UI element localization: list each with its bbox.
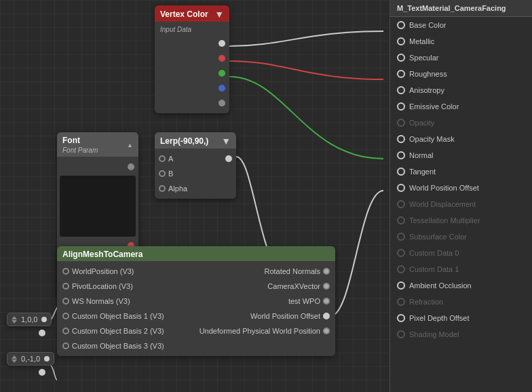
lerp-alpha-label: Alpha: [168, 184, 187, 193]
material-item-emissive-color[interactable]: Emissive Color: [390, 98, 532, 115]
align-left-label-1: PivotLocation (V3): [72, 282, 133, 290]
lerp-node[interactable]: Lerp(-90,90,) ▼ A B Alpha: [155, 132, 236, 199]
align-output-3[interactable]: [323, 313, 330, 319]
material-item-subsurface-color[interactable]: Subsurface Color: [390, 229, 532, 245]
align-row-1: PivotLocation (V3) CameraXVector: [57, 279, 335, 294]
align-input-2[interactable]: [62, 298, 69, 305]
mat-pin-9: [397, 168, 405, 176]
font-expand: ▲: [127, 142, 133, 149]
material-item-ambient-occlusion[interactable]: Ambient Occlusion: [390, 277, 532, 294]
mat-pin-3: [397, 70, 405, 78]
value-arrow-1[interactable]: [12, 316, 17, 324]
mat-label-12: Tessellation Multiplier: [409, 216, 480, 224]
value-2-pin[interactable]: [44, 356, 50, 361]
material-panel-header: M_TextMaterial_CameraFacing: [390, 0, 532, 17]
align-output-0[interactable]: [323, 268, 330, 275]
gray-output-pin[interactable]: [218, 100, 225, 106]
material-item-custom-data-0[interactable]: Custom Data 0: [390, 245, 532, 261]
align-mesh-node[interactable]: AlignMeshToCamera WorldPosition (V3) Rot…: [57, 246, 335, 356]
vertex-color-header: Vertex Color ▼: [155, 5, 229, 22]
material-item-opacity-mask[interactable]: Opacity Mask: [390, 131, 532, 147]
red-output-pin[interactable]: [218, 55, 225, 62]
align-left-label-4: Custom Object Basis 2 (V3): [72, 327, 164, 335]
mat-pin-5: [397, 102, 405, 111]
font-header: Font Font Param ▲: [57, 132, 138, 157]
green-output-pin[interactable]: [218, 70, 225, 77]
vertex-color-body: Input Data: [155, 22, 229, 113]
value-node-1[interactable]: 1,0,0: [7, 313, 52, 326]
mat-pin-14: [397, 249, 405, 257]
material-item-world-position-offset[interactable]: World Position Offset: [390, 180, 532, 196]
material-items-container: Base ColorMetallicSpecularRoughnessAniso…: [390, 17, 532, 342]
value-1-bottom-pin[interactable]: [39, 330, 45, 336]
material-item-opacity[interactable]: Opacity: [390, 115, 532, 131]
align-mesh-body: WorldPosition (V3) Rotated Normals Pivot…: [57, 261, 335, 356]
mat-pin-11: [397, 200, 405, 208]
align-input-4[interactable]: [62, 328, 69, 334]
material-panel: M_TextMaterial_CameraFacing Base ColorMe…: [390, 0, 532, 392]
white-output-pin[interactable]: [218, 40, 225, 47]
vertex-color-subtitle: Input Data: [155, 24, 229, 36]
lerp-header: Lerp(-90,90,) ▼: [155, 132, 236, 149]
font-output-pin[interactable]: [128, 163, 134, 170]
lerp-a-output-pin[interactable]: [225, 155, 232, 162]
mat-pin-19: [397, 330, 405, 338]
mat-label-1: Metallic: [409, 37, 434, 45]
font-output-row: [57, 159, 138, 174]
align-output-4[interactable]: [323, 328, 330, 334]
mat-pin-17: [397, 298, 405, 306]
vertex-color-node[interactable]: Vertex Color ▼ Input Data: [155, 5, 229, 113]
mat-label-17: Refraction: [409, 298, 443, 306]
value-1-pin[interactable]: [41, 317, 47, 322]
align-input-0[interactable]: [62, 268, 69, 275]
mat-label-10: World Position Offset: [409, 184, 479, 192]
arrow-up-1: [12, 316, 17, 319]
material-item-normal[interactable]: Normal: [390, 147, 532, 163]
align-row-5: Custom Object Basis 3 (V3): [57, 338, 335, 353]
lerp-b-input-pin[interactable]: [159, 170, 166, 177]
align-right-label-1: CameraXVector: [267, 282, 320, 290]
align-right-label-4: Undeformed Physical World Position: [200, 327, 320, 335]
align-left-label-5: Custom Object Basis 3 (V3): [72, 342, 164, 350]
material-item-anisotropy[interactable]: Anisotropy: [390, 82, 532, 98]
mat-pin-8: [397, 151, 405, 159]
value-node-2[interactable]: 0,-1,0: [7, 352, 54, 366]
value-2-bottom-pin[interactable]: [39, 369, 45, 376]
align-right-label-2: test WPO: [288, 297, 320, 305]
align-left-label-3: Custom Object Basis 1 (V3): [72, 312, 164, 320]
material-item-metallic[interactable]: Metallic: [390, 33, 532, 50]
material-item-custom-data-1[interactable]: Custom Data 1: [390, 261, 532, 277]
align-row-4: Custom Object Basis 2 (V3) Undeformed Ph…: [57, 324, 335, 338]
material-item-tangent[interactable]: Tangent: [390, 163, 532, 180]
align-output-1[interactable]: [323, 283, 330, 290]
mat-pin-7: [397, 135, 405, 143]
vertex-color-chevron: ▼: [214, 9, 224, 20]
mat-pin-6: [397, 119, 405, 127]
align-right-label-0: Rotated Normals: [264, 267, 320, 275]
arrow-up-2: [12, 355, 17, 359]
lerp-a-input-pin[interactable]: [159, 155, 166, 162]
material-item-world-displacement[interactable]: World Displacement: [390, 196, 532, 212]
blue-output-pin[interactable]: [218, 85, 225, 92]
material-item-pixel-depth-offset[interactable]: Pixel Depth Offset: [390, 310, 532, 326]
mat-pin-2: [397, 54, 405, 62]
mat-pin-18: [397, 314, 405, 322]
align-left-label-2: WS Normals (V3): [72, 297, 130, 305]
value-1-bottom-pin-container: [39, 330, 45, 338]
material-item-roughness[interactable]: Roughness: [390, 66, 532, 82]
material-item-shading-model[interactable]: Shading Model: [390, 326, 532, 342]
align-input-3[interactable]: [62, 313, 69, 319]
align-input-1[interactable]: [62, 283, 69, 290]
align-output-2[interactable]: [323, 298, 330, 305]
value-2-bottom-pin-container: [39, 369, 45, 377]
material-item-base-color[interactable]: Base Color: [390, 17, 532, 33]
value-arrow-2[interactable]: [12, 355, 17, 363]
mat-label-18: Pixel Depth Offset: [409, 314, 469, 322]
material-item-specular[interactable]: Specular: [390, 50, 532, 66]
vertex-color-title: Vertex Color: [160, 9, 208, 19]
align-input-5[interactable]: [62, 342, 69, 349]
lerp-alpha-input-pin[interactable]: [159, 185, 166, 192]
material-item-refraction[interactable]: Refraction: [390, 294, 532, 310]
material-item-tessellation-multiplier[interactable]: Tessellation Multiplier: [390, 212, 532, 229]
mat-label-6: Opacity: [409, 119, 434, 127]
